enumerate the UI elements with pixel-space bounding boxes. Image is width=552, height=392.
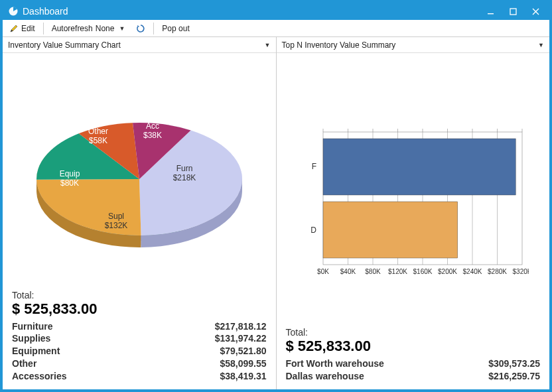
svg-rect-32	[323, 139, 516, 195]
window-title: Dashboard	[23, 6, 479, 17]
legend-name: Supplies	[12, 332, 194, 345]
svg-text:Furn: Furn	[176, 164, 192, 173]
panel-bar-body: F D $0K $40K $80K $120K $160K $200K $240…	[277, 53, 550, 389]
svg-text:Supl: Supl	[108, 212, 124, 221]
toolbar: Edit Autorefresh None ▼ Pop out	[3, 20, 549, 37]
edit-button[interactable]: Edit	[7, 23, 38, 34]
svg-text:Acc: Acc	[146, 121, 159, 131]
legend-name: Dallas warehouse	[286, 370, 468, 383]
chevron-down-icon: ▼	[117, 25, 127, 32]
svg-text:$80K: $80K	[60, 178, 79, 188]
app-icon	[8, 6, 19, 17]
legend-value: $58,099.55	[194, 358, 267, 370]
legend-row: Supplies $131,974.22	[12, 332, 267, 345]
svg-text:Equip: Equip	[59, 169, 80, 178]
svg-text:$240K: $240K	[463, 268, 482, 275]
refresh-button[interactable]	[133, 23, 148, 34]
svg-text:$58K: $58K	[89, 136, 107, 145]
pie-totals: Total: $ 525,833.00 Furniture $217,818.1…	[12, 286, 267, 383]
svg-text:$280K: $280K	[488, 268, 507, 275]
refresh-icon	[136, 24, 145, 33]
panel-pie-title: Inventory Value Summary Chart	[8, 40, 121, 50]
legend-value: $217,818.12	[194, 320, 267, 333]
svg-text:D: D	[311, 226, 317, 235]
svg-text:F: F	[312, 162, 316, 171]
legend-value: $309,573.25	[467, 358, 540, 370]
panel-bar-header[interactable]: Top N Inventory Value Summary ▼	[277, 37, 550, 53]
maximize-button[interactable]	[502, 4, 524, 19]
svg-rect-2	[510, 9, 516, 15]
panel-bar: Top N Inventory Value Summary ▼	[276, 37, 550, 389]
legend-name: Furniture	[12, 320, 194, 333]
svg-text:$38K: $38K	[143, 131, 162, 140]
popout-button[interactable]: Pop out	[159, 23, 192, 34]
legend-value: $216,259.75	[467, 370, 540, 383]
popout-label: Pop out	[162, 24, 189, 33]
pie-chart: Furn $218K Supl $132K Equip $80K Other $…	[20, 86, 259, 259]
chevron-down-icon[interactable]: ▼	[265, 42, 271, 48]
legend-row: Other $58,099.55	[12, 358, 267, 370]
svg-text:$120K: $120K	[388, 268, 407, 275]
svg-text:$0K: $0K	[317, 268, 329, 275]
titlebar: Dashboard	[3, 3, 549, 20]
svg-rect-1	[488, 13, 494, 14]
minimize-button[interactable]	[479, 4, 502, 19]
autorefresh-label: Autorefresh	[52, 24, 93, 33]
close-button[interactable]	[524, 4, 547, 19]
legend-name: Equipment	[12, 345, 194, 358]
svg-text:$200K: $200K	[438, 268, 457, 275]
legend-name: Other	[12, 358, 194, 370]
svg-text:$40K: $40K	[340, 268, 356, 275]
legend-name: Accessories	[12, 370, 194, 383]
autorefresh-dropdown[interactable]: Autorefresh None ▼	[49, 23, 130, 34]
panel-bar-title: Top N Inventory Value Summary	[282, 40, 396, 50]
legend-row: Fort Worth warehouse $309,573.25	[286, 358, 541, 370]
svg-text:$80K: $80K	[366, 268, 381, 275]
svg-text:$320K: $320K	[513, 268, 529, 275]
bar-total-label: Total:	[286, 327, 541, 338]
svg-text:$160K: $160K	[413, 268, 433, 275]
pie-total-label: Total:	[12, 290, 267, 300]
bar-totals: Total: $ 525,833.00 Fort Worth warehouse…	[286, 323, 541, 383]
legend-row: Furniture $217,818.12	[12, 320, 267, 333]
pie-total-value: $ 525,833.00	[12, 300, 267, 318]
legend-row: Accessories $38,419.31	[12, 370, 267, 383]
separator	[43, 23, 44, 34]
svg-text:$218K: $218K	[172, 173, 196, 182]
legend-name: Fort Worth warehouse	[286, 358, 468, 370]
panels-container: Inventory Value Summary Chart ▼	[3, 37, 549, 389]
svg-text:$132K: $132K	[104, 221, 127, 230]
bar-chart: F D $0K $40K $80K $120K $160K $200K $240…	[297, 119, 529, 285]
panel-pie: Inventory Value Summary Chart ▼	[3, 37, 276, 389]
svg-text:Other: Other	[88, 127, 108, 136]
separator	[153, 23, 154, 34]
legend-row: Dallas warehouse $216,259.75	[286, 370, 541, 383]
svg-rect-33	[323, 202, 458, 258]
legend-row: Equipment $79,521.80	[12, 345, 267, 358]
app-window: Dashboard Edit Autorefresh None ▼	[0, 0, 552, 392]
panel-pie-header[interactable]: Inventory Value Summary Chart ▼	[3, 37, 276, 53]
pencil-icon	[9, 24, 19, 33]
pie-chart-area: Furn $218K Supl $132K Equip $80K Other $…	[12, 60, 267, 286]
chevron-down-icon[interactable]: ▼	[538, 42, 544, 48]
panel-pie-body: Furn $218K Supl $132K Equip $80K Other $…	[3, 53, 276, 389]
bar-total-value: $ 525,833.00	[286, 338, 541, 355]
legend-value: $131,974.22	[194, 332, 267, 345]
autorefresh-value: None	[96, 24, 115, 33]
legend-value: $79,521.80	[194, 345, 267, 358]
legend-value: $38,419.31	[194, 370, 267, 383]
edit-label: Edit	[21, 24, 35, 33]
bar-chart-area: F D $0K $40K $80K $120K $160K $200K $240…	[286, 60, 541, 323]
